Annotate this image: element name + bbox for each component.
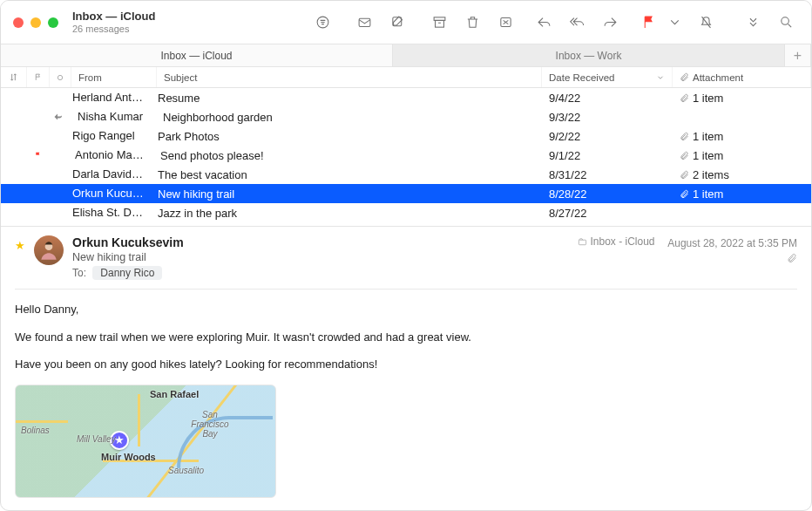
row-date: 8/27/22 [542,203,673,222]
svg-rect-9 [579,240,585,245]
junk-button[interactable] [489,10,522,36]
overflow-button[interactable] [736,10,769,36]
preview-body: Hello Danny, We found a new trail when w… [15,302,797,498]
from-column[interactable]: From [71,67,157,87]
column-headers: From Subject Date Received Attachment [1,67,811,88]
message-row[interactable]: Antonio Manri...Send photos please!9/1/2… [1,146,811,165]
row-attachment [673,107,811,126]
paperclip-icon [680,170,689,180]
row-subject: Send photos please! [153,146,542,165]
row-date: 8/31/22 [542,165,673,184]
reply-all-button[interactable] [560,10,593,36]
message-count: 26 messages [72,24,155,35]
minimize-window-button[interactable] [30,17,41,28]
reply-button[interactable] [527,10,560,36]
row-subject: Resume [151,88,542,107]
body-paragraph: We found a new trail when we were explor… [15,330,797,345]
body-paragraph: Hello Danny, [15,302,797,317]
paperclip-icon [680,132,689,141]
window-controls [13,17,58,28]
row-attachment: 1 item [673,126,811,146]
row-subject: Jazz in the park [151,203,542,222]
message-row[interactable]: Rigo RangelPark Photos9/2/221 item [1,126,811,146]
toolbar [306,10,802,36]
message-list: Herland Ante...Resume9/4/221 itemNisha K… [1,88,811,222]
map-pin-label: Muir Woods [101,452,156,462]
message-row[interactable]: Herland Ante...Resume9/4/221 item [1,88,811,107]
flag-menu-chevron[interactable] [665,10,684,36]
paperclip-icon [680,93,689,103]
message-row[interactable]: Darla DavidsonThe best vacation8/31/222 … [1,165,811,184]
flag-icon [34,150,42,160]
map-attachment[interactable]: ★ Muir Woods San Rafael Mill Valley Boli… [15,385,276,498]
attachment-icon[interactable] [578,253,798,266]
row-date: 9/1/22 [542,146,673,165]
filter-button[interactable] [306,10,339,36]
titlebar: Inbox — iCloud 26 messages [1,1,811,44]
row-subject: New hiking trail [151,184,542,203]
mailbox-tabs: Inbox — iCloud Inbox — Work + [1,44,811,67]
row-from: Herland Ante... [65,88,151,107]
row-from: Elisha St. Denis [65,203,151,222]
svg-point-6 [781,17,788,24]
trash-button[interactable] [456,10,489,36]
vip-star-icon[interactable]: ★ [15,239,25,252]
paperclip-icon [680,151,689,160]
row-date: 8/28/22 [542,184,673,203]
preview-pane: ★ Orkun Kucuksevim New hiking trail To: … [1,227,811,498]
row-from: Antonio Manri... [68,146,153,165]
row-from: Nisha Kumar [71,107,156,126]
add-tab-button[interactable]: + [785,44,811,66]
message-row[interactable]: Orkun Kucuks...New hiking trail8/28/221 … [1,184,811,203]
window-title-block: Inbox — iCloud 26 messages [72,10,155,35]
body-paragraph: Have you been on any good hikes lately? … [15,357,797,372]
close-window-button[interactable] [13,17,24,28]
row-from: Rigo Rangel [65,126,151,146]
message-row[interactable]: Nisha KumarNeighborhood garden9/3/22 [1,107,811,126]
preview-folder[interactable]: Inbox - iCloud [578,235,655,248]
row-attachment: 1 item [673,146,811,165]
tab-inbox-icloud[interactable]: Inbox — iCloud [1,44,393,66]
row-from: Orkun Kucuks... [65,184,151,203]
svg-rect-4 [435,20,443,27]
flag-column[interactable] [27,67,50,87]
forward-button[interactable] [593,10,626,36]
svg-point-7 [58,75,62,79]
replied-icon [53,112,64,122]
row-attachment: 1 item [673,88,811,107]
flag-button[interactable] [632,10,665,36]
sort-column[interactable] [1,67,27,87]
row-attachment: 1 item [673,184,811,203]
attachment-column[interactable]: Attachment [673,67,811,87]
zoom-window-button[interactable] [48,17,58,28]
preview-to-line: To: Danny Rico [72,266,797,280]
new-mail-button[interactable] [348,10,381,36]
subject-column[interactable]: Subject [157,67,542,87]
message-row[interactable]: Elisha St. DenisJazz in the park8/27/22 [1,203,811,222]
row-date: 9/4/22 [542,88,673,107]
row-attachment [673,203,811,222]
mute-button[interactable] [689,10,722,36]
preview-meta: Inbox - iCloud August 28, 2022 at 5:35 P… [578,235,798,266]
window-title: Inbox — iCloud [72,10,155,24]
svg-rect-1 [359,18,370,26]
archive-button[interactable] [423,10,456,36]
row-from: Darla Davidson [65,165,151,184]
compose-button[interactable] [381,10,414,36]
recipient-chip[interactable]: Danny Rico [92,266,162,280]
tab-inbox-work[interactable]: Inbox — Work [393,44,785,66]
row-date: 9/3/22 [542,107,673,126]
search-button[interactable] [769,10,802,36]
row-attachment: 2 items [673,165,811,184]
status-column[interactable] [50,67,71,87]
preview-datetime: August 28, 2022 at 5:35 PM [667,237,797,249]
date-column[interactable]: Date Received [542,67,673,87]
row-date: 9/2/22 [542,126,673,146]
paperclip-icon [680,189,689,199]
row-subject: The best vacation [151,165,542,184]
row-subject: Park Photos [151,126,542,146]
row-subject: Neighborhood garden [156,107,542,126]
sender-avatar[interactable] [34,235,64,265]
